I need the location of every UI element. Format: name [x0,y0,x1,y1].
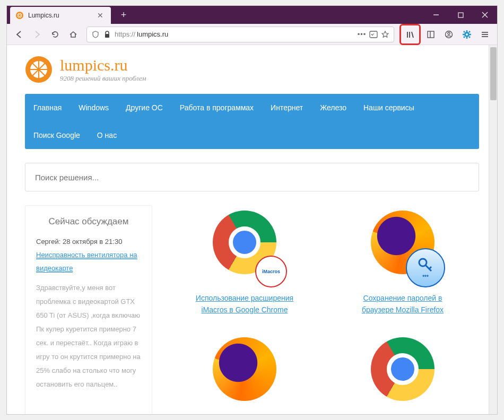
favicon [15,11,24,20]
library-button[interactable] [402,27,418,42]
reload-button[interactable] [47,27,63,42]
sidebar-button[interactable] [423,27,439,42]
home-button[interactable] [65,27,81,42]
firefox-icon [213,337,276,401]
nav-item[interactable]: Другие ОС [117,94,171,121]
shield-icon[interactable] [91,30,100,39]
nav-item[interactable]: Железо [311,94,355,121]
close-icon[interactable]: ✕ [95,11,106,20]
svg-line-25 [464,37,465,38]
nav-item[interactable]: О нас [89,121,125,149]
svg-line-11 [412,32,413,38]
article-card[interactable]: iMacros Использование расширения iMacros… [189,205,300,316]
svg-rect-6 [105,34,109,38]
svg-line-37 [429,267,431,269]
main-nav: Главная Windows Другие ОС Работа в прогр… [25,94,479,149]
maximize-button[interactable] [448,6,473,24]
imacros-badge-icon: iMacros [255,256,287,287]
browser-window: Lumpics.ru ✕ + https:// ••• [6,5,498,415]
page-content: lumpics.ru 9208 решений ваших проблем Гл… [7,45,497,414]
back-button[interactable] [11,27,27,42]
discussion-sidebar: Сейчас обсуждаем Сергей: 28 октября в 21… [25,205,152,414]
svg-line-23 [469,37,470,38]
key-badge-icon: *** [406,248,445,287]
scroll-thumb[interactable] [490,47,497,100]
address-bar[interactable]: https:// ••• [86,27,394,42]
svg-line-22 [464,31,465,32]
nav-item[interactable]: Интернет [262,94,311,121]
titlebar: Lumpics.ru ✕ + [7,6,497,24]
forward-button[interactable] [29,27,45,42]
svg-point-35 [419,259,427,266]
article-grid: iMacros Использование расширения iMacros… [168,205,479,414]
close-window-button[interactable] [473,6,497,24]
article-thumbnail: *** [366,211,440,285]
highlight-annotation [399,24,421,45]
nav-item[interactable]: Наши сервисы [355,94,423,121]
svg-point-15 [448,32,450,34]
url-input[interactable] [137,30,354,38]
article-card[interactable]: *** Сохранение паролей в браузере Mozill… [347,205,458,316]
svg-point-17 [466,33,468,36]
nav-item[interactable]: Windows [70,94,117,121]
site-search[interactable] [25,163,479,191]
article-title-link[interactable]: Сохранение паролей в браузере Mozilla Fi… [362,294,444,314]
article-thumbnail [366,337,440,412]
toolbar: https:// ••• [7,24,497,45]
comment-author-date: Сергей: 28 октября в 21:30 [36,238,141,246]
chrome-icon [371,337,435,401]
bookmark-star-icon[interactable] [381,30,389,39]
comment-body: Здравствуйте,у меня вот проблемка с виде… [36,281,141,391]
nav-item[interactable]: Поиск Google [25,121,89,149]
article-card[interactable] [347,332,458,414]
article-thumbnail: iMacros [207,211,282,285]
article-title-link[interactable]: Использование расширения iMacros в Googl… [196,294,293,314]
extension-gear-icon[interactable] [459,27,475,42]
minimize-button[interactable] [424,6,448,24]
svg-rect-12 [428,31,434,38]
site-logo-icon [25,56,53,83]
reader-view-icon[interactable] [369,30,378,39]
menu-button[interactable] [477,27,493,42]
nav-item[interactable]: Главная [25,94,70,121]
svg-rect-3 [458,13,463,18]
account-button[interactable] [441,27,457,42]
window-controls [424,6,497,24]
article-thumbnail [207,337,282,412]
search-input[interactable] [35,173,469,182]
lock-icon[interactable] [103,30,111,39]
browser-tab[interactable]: Lumpics.ru ✕ [10,7,111,24]
site-tagline: 9208 решений ваших проблем [60,74,146,83]
page-actions-icon[interactable]: ••• [358,30,366,39]
svg-line-24 [469,31,470,32]
vertical-scrollbar[interactable] [489,45,497,414]
tab-title: Lumpics.ru [28,12,95,19]
new-tab-button[interactable]: + [116,10,131,21]
sidebar-heading: Сейчас обсуждаем [36,216,141,227]
url-protocol: https:// [115,30,135,38]
article-card[interactable] [189,332,300,414]
site-header: lumpics.ru 9208 решений ваших проблем [25,56,479,83]
comment-link[interactable]: Неисправность вентилятора на видеокарте [36,251,137,273]
nav-item[interactable]: Работа в программах [171,94,262,121]
site-title: lumpics.ru [60,56,146,74]
